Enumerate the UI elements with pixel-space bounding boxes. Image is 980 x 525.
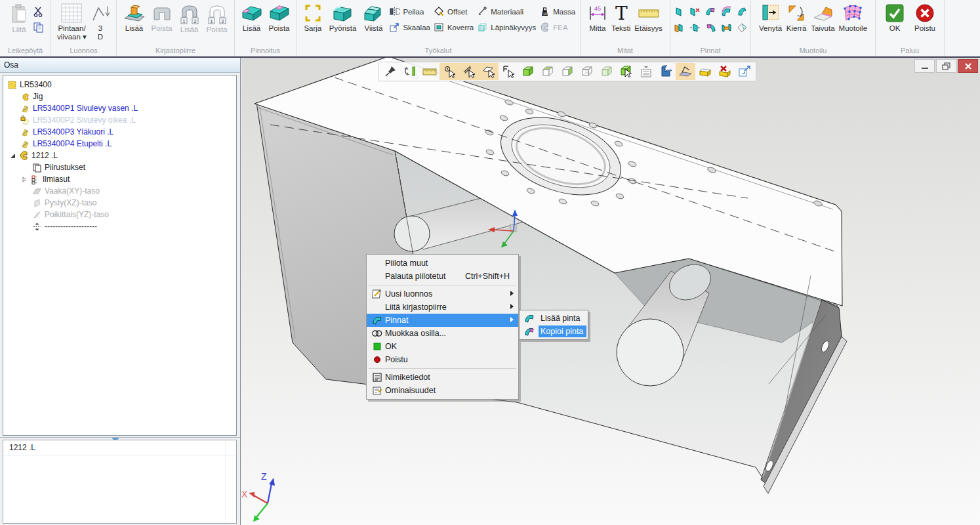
surface-extend-icon[interactable]: [719, 20, 734, 35]
sketch-on-face-button[interactable]: Pintaan/ viivaan ▾: [56, 2, 88, 42]
ok-button[interactable]: OK: [883, 2, 907, 33]
tree-item-plane-xz[interactable]: Pysty(XZ)-taso: [3, 197, 236, 209]
collapsed-arrow-icon[interactable]: [22, 177, 28, 182]
tree-item-plane-xy[interactable]: Vaaka(XY)-taso: [3, 185, 236, 197]
tree-item-active-part[interactable]: 1212 .L: [3, 150, 236, 161]
surface-trim-icon[interactable]: [703, 20, 718, 35]
scale-button[interactable]: Skaalaa: [389, 22, 430, 33]
exit-button[interactable]: Poistu: [913, 2, 937, 33]
measure-icon[interactable]: [420, 63, 439, 80]
list-item[interactable]: 1212 .L: [3, 440, 236, 455]
tree-item-configurations[interactable]: Ilmiasut: [3, 173, 236, 185]
library-feature-add-button[interactable]: Lisää: [121, 2, 148, 33]
select-point-icon[interactable]: [439, 63, 459, 80]
restore-button[interactable]: [936, 59, 956, 73]
menu-item-hide-others[interactable]: Piilota muut: [367, 257, 518, 270]
section-box-icon[interactable]: [695, 63, 715, 80]
hidden-line-side-icon[interactable]: [558, 63, 577, 80]
menu-item-new-sketch[interactable]: Uusi luonnos: [367, 287, 518, 301]
chamfer-button[interactable]: Viistä: [361, 2, 386, 33]
twist-button[interactable]: Kierrä: [785, 2, 808, 33]
menu-item-properties[interactable]: Ominaisuudet: [367, 384, 518, 397]
tree-item-part-p3[interactable]: LR53400P3 Yläkuori .L: [3, 126, 236, 138]
select-feature-icon[interactable]: [499, 63, 518, 80]
section-delete-icon[interactable]: [715, 63, 735, 80]
tree-item-insert-divider[interactable]: --------------------: [3, 220, 236, 232]
solid-mode-icon[interactable]: [656, 63, 676, 80]
stretch-button[interactable]: Venytä: [758, 2, 783, 33]
ribbon-group-dimensions: 45 Mitta T Teksti Etäisyys Mitat: [581, 0, 670, 56]
tree-item-jig[interactable]: Jig: [3, 91, 236, 102]
mirror-button[interactable]: Peilaa: [389, 6, 430, 17]
surface-move-icon[interactable]: [687, 20, 703, 35]
svg-text:2: 2: [221, 19, 224, 24]
surface-join-icon[interactable]: [672, 20, 687, 35]
flat-view-icon[interactable]: [597, 63, 617, 80]
sketch-3d-button[interactable]: 3 D: [89, 2, 112, 42]
menu-item-edit-with-parts[interactable]: Muokkaa osilla...: [367, 327, 518, 340]
select-edge-icon[interactable]: [459, 63, 479, 80]
library-pair-remove-button[interactable]: 12 Poista: [204, 2, 230, 35]
select-body-icon[interactable]: [617, 63, 636, 80]
tree-item-assembly[interactable]: LR53400: [3, 79, 236, 91]
hidden-line-top-icon[interactable]: [538, 63, 558, 80]
submenu-item-copy-surface[interactable]: Kopioi pinta: [520, 325, 588, 338]
menu-item-surfaces[interactable]: Pinnat: [367, 314, 518, 327]
display-list-icon[interactable]: [636, 63, 656, 80]
surface-copy-icon[interactable]: [703, 3, 718, 19]
copy-button[interactable]: [33, 22, 44, 33]
surface-delete-icon[interactable]: [687, 3, 703, 19]
menu-item-paste-library-feature[interactable]: Liitä kirjastopiirre: [367, 301, 518, 314]
material-button[interactable]: Materiaali: [477, 6, 536, 17]
minimize-button[interactable]: [914, 59, 935, 73]
select-face-icon[interactable]: [479, 63, 499, 80]
form-button[interactable]: Muotoile: [838, 2, 868, 33]
surface-remove-button[interactable]: Poista: [266, 2, 293, 33]
tree-item-part-p1[interactable]: LR53400P1 Sivulevy vasen .L: [3, 102, 236, 114]
tree-item-drawings[interactable]: Piirustukset: [3, 161, 236, 173]
pin-icon[interactable]: [380, 63, 400, 80]
ribbon-group-sketch: Pintaan/ viivaan ▾ 3 D Luonnos: [51, 0, 117, 56]
expanded-arrow-icon[interactable]: [10, 153, 16, 159]
cut-button[interactable]: [33, 6, 44, 17]
menu-item-exit[interactable]: Poistu: [367, 353, 518, 366]
grid-icon: [60, 3, 83, 24]
model-tree[interactable]: LR53400 Jig LR53400P1 Sivulevy vasen .L …: [3, 75, 237, 436]
sketch-plane-icon[interactable]: [676, 63, 695, 80]
hollow-button[interactable]: Koverra: [434, 22, 474, 33]
active-part-list[interactable]: 1212 .L: [3, 440, 237, 524]
bend-button[interactable]: Taivuta: [809, 2, 836, 33]
surface-flatten-icon[interactable]: [735, 20, 750, 35]
surface-bend-icon[interactable]: [735, 3, 750, 19]
close-button[interactable]: [958, 59, 978, 73]
menu-item-item-data[interactable]: Nimiketiedot: [367, 371, 518, 384]
library-feature-remove-button[interactable]: Poista: [149, 2, 175, 33]
shaded-view-icon[interactable]: [518, 63, 538, 80]
orbit-icon[interactable]: [400, 63, 420, 80]
fit-view-icon[interactable]: [735, 63, 754, 80]
wireframe-view-icon[interactable]: [577, 63, 597, 80]
surface-add-button[interactable]: Lisää: [239, 2, 265, 33]
tree-item-part-p2-locked[interactable]: LR53400P2 Sivulevy oikea .L: [3, 114, 236, 126]
tree-item-part-p4[interactable]: LR53400P4 Etupelti .L: [3, 138, 236, 150]
library-pair-add-button[interactable]: 12 Lisää: [176, 2, 203, 35]
pattern-button[interactable]: Sarja: [301, 2, 325, 33]
fea-button[interactable]: FEA: [539, 22, 575, 33]
3d-model-canvas[interactable]: Z X: [241, 58, 980, 525]
tree-item-plane-yz[interactable]: Poikittais(YZ)-taso: [3, 209, 236, 220]
distance-button[interactable]: Etäisyys: [633, 2, 664, 33]
mass-button[interactable]: 10 Massa: [539, 6, 575, 17]
panel-splitter[interactable]: [0, 437, 240, 438]
menu-item-restore-hidden[interactable]: Palauta piilotetutCtrl+Shift+H: [367, 270, 518, 283]
paste-button[interactable]: Liitä: [7, 2, 31, 35]
transparency-button[interactable]: Läpinäkyvyys: [477, 22, 536, 33]
dimension-button[interactable]: 45 Mitta: [586, 2, 609, 33]
3d-viewport[interactable]: Z X Piilota muut Palauta piilotetutCtrl+…: [241, 58, 980, 525]
submenu-item-add-surface[interactable]: Lisää pinta: [520, 312, 588, 325]
fillet-button[interactable]: Pyöristä: [328, 2, 358, 33]
surface-icon[interactable]: [672, 3, 687, 19]
text-button[interactable]: T Teksti: [610, 2, 632, 33]
offset-button[interactable]: Offset: [434, 6, 474, 17]
surface-layer-icon[interactable]: [719, 3, 734, 19]
menu-item-ok[interactable]: OK: [367, 340, 518, 353]
